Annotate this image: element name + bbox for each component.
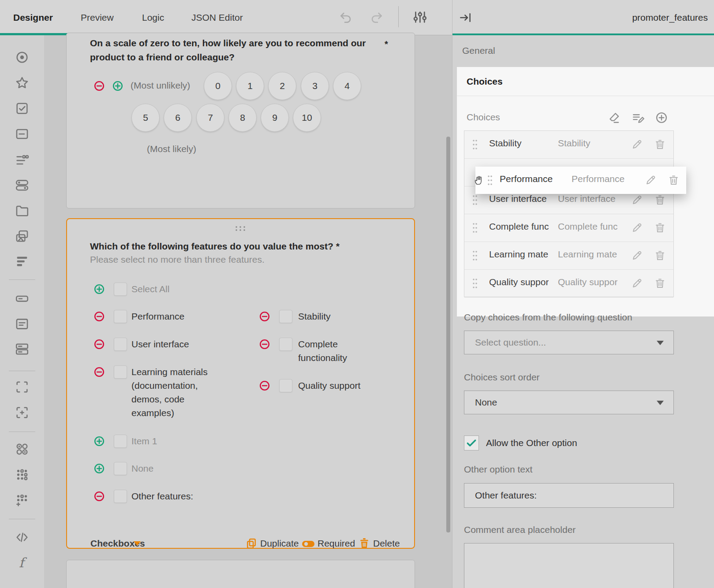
choice-value[interactable]: Performance — [500, 174, 553, 184]
rate-item-1[interactable]: 1 — [236, 72, 264, 100]
redo-icon[interactable] — [370, 11, 384, 26]
edit-choice-icon[interactable] — [631, 194, 643, 208]
checkbox-stability[interactable] — [279, 310, 292, 323]
required-button[interactable]: Required — [318, 538, 355, 549]
add-item-icon[interactable] — [93, 283, 105, 297]
tab-json-editor[interactable]: JSON Editor — [191, 0, 243, 35]
fast-entry-icon[interactable] — [632, 112, 644, 126]
toolbox-item-html-icon[interactable] — [14, 529, 30, 546]
remove-item-icon[interactable] — [93, 311, 105, 324]
choice-text[interactable]: Quality suppor — [558, 277, 617, 287]
choice-text[interactable]: Complete func — [558, 221, 617, 232]
checkbox-label-user-interface[interactable]: User interface — [131, 337, 220, 351]
checkbox-none[interactable] — [114, 462, 127, 475]
checkbox-label-stability[interactable]: Stability — [298, 309, 366, 323]
choice-value[interactable]: Quality suppor — [489, 277, 549, 287]
undo-icon[interactable] — [339, 11, 353, 26]
drag-handle-icon[interactable] — [472, 278, 478, 291]
rate-item-4[interactable]: 4 — [333, 72, 361, 100]
delete-choice-icon[interactable] — [654, 277, 666, 291]
remove-item-icon[interactable] — [93, 366, 105, 380]
checkbox-label-performance[interactable]: Performance — [131, 309, 220, 323]
toolbox-item-imagepicker-icon[interactable] — [14, 228, 30, 245]
drag-handle-icon[interactable] — [472, 222, 478, 235]
choice-text[interactable]: Stability — [558, 138, 591, 149]
add-rate-value-icon[interactable] — [112, 80, 123, 93]
checkbox-label-other-features[interactable]: Other features: — [131, 489, 220, 503]
checkbox-label-quality-support[interactable]: Quality support — [298, 379, 366, 392]
toolbox-item-checkbox-icon[interactable] — [14, 100, 30, 117]
comment-placeholder-input[interactable] — [464, 543, 674, 588]
toolbox-item-expression-icon[interactable]: f — [14, 555, 30, 571]
edit-choice-icon[interactable] — [631, 138, 643, 152]
delete-choice-icon[interactable] — [654, 249, 666, 263]
checkbox-learning-materials-documentation-demos-code-examples[interactable] — [114, 365, 127, 379]
choice-text[interactable]: Learning mate — [558, 249, 617, 260]
question-drag-handle-icon[interactable] — [235, 225, 247, 233]
duplicate-button[interactable]: Duplicate — [260, 538, 299, 549]
checkbox-complete-functionality[interactable] — [279, 338, 292, 351]
duplicate-icon[interactable] — [245, 537, 258, 551]
checkbox-label-learning-materials-documentation-demos-code-examples[interactable]: Learning materials (documentation, demos… — [131, 365, 220, 420]
add-item-icon[interactable] — [93, 435, 105, 449]
remove-item-icon[interactable] — [259, 339, 270, 352]
choice-value[interactable]: Learning mate — [489, 249, 548, 260]
delete-icon[interactable] — [358, 537, 370, 551]
toolbox-item-paneldynamic-icon[interactable] — [14, 404, 30, 421]
rate-item-10[interactable]: 10 — [293, 104, 321, 132]
delete-choice-icon[interactable] — [668, 174, 680, 188]
toolbox-item-dropdown-icon[interactable] — [14, 126, 30, 142]
checkbox-label-select-all[interactable]: Select All — [131, 282, 220, 296]
choice-row[interactable]: StabilityStability — [464, 131, 673, 159]
rate-item-6[interactable]: 6 — [164, 104, 192, 132]
drag-handle-icon[interactable] — [472, 250, 478, 263]
toolbox-item-panel-icon[interactable] — [14, 379, 30, 395]
choice-value[interactable]: Stability — [489, 138, 522, 149]
choice-text[interactable]: Performance — [572, 174, 624, 184]
delete-choice-icon[interactable] — [654, 138, 666, 152]
drag-handle-icon[interactable] — [487, 175, 493, 188]
rate-item-7[interactable]: 7 — [196, 104, 224, 132]
checkbox-other-features[interactable] — [114, 490, 127, 503]
checkbox-user-interface[interactable] — [114, 338, 127, 351]
drag-handle-icon[interactable] — [472, 194, 478, 208]
rate-item-5[interactable]: 5 — [131, 104, 160, 132]
toolbox-item-file-icon[interactable] — [14, 202, 30, 219]
tab-logic[interactable]: Logic — [142, 0, 164, 35]
add-item-icon[interactable] — [93, 463, 105, 476]
checkbox-select-all[interactable] — [114, 283, 127, 296]
toolbox-item-comment-icon[interactable] — [14, 316, 30, 332]
remove-item-icon[interactable] — [93, 339, 105, 352]
checkbox-label-item-1[interactable]: Item 1 — [131, 434, 220, 448]
delete-choice-icon[interactable] — [654, 194, 666, 208]
rate-item-9[interactable]: 9 — [261, 104, 289, 132]
tab-preview[interactable]: Preview — [81, 0, 114, 35]
choice-row-dragged[interactable]: PerformancePerformance — [475, 167, 686, 194]
delete-choice-icon[interactable] — [654, 222, 666, 235]
add-choice-icon[interactable] — [655, 111, 668, 126]
choice-row[interactable]: Quality supporQuality suppor — [464, 270, 673, 298]
checkbox-label-complete-functionality[interactable]: Complete functionality — [298, 337, 366, 365]
toolbox-item-matrix-icon[interactable] — [14, 441, 30, 458]
checkbox-performance[interactable] — [114, 310, 127, 323]
choice-row[interactable]: Complete funcComplete func — [464, 214, 673, 242]
remove-item-icon[interactable] — [259, 380, 270, 393]
edit-choice-icon[interactable] — [631, 222, 643, 235]
settings-sliders-icon[interactable] — [412, 10, 427, 26]
edit-choice-icon[interactable] — [631, 277, 643, 291]
clear-choices-icon[interactable] — [608, 112, 621, 126]
toolbox-item-matrixdynamic-icon[interactable] — [14, 491, 30, 508]
copy-choices-select[interactable]: Select question... — [464, 331, 674, 354]
toolbox-item-rating-icon[interactable] — [14, 74, 30, 91]
section-general[interactable]: General — [462, 45, 495, 56]
toolbox-item-boolean-icon[interactable] — [14, 177, 30, 194]
choice-value[interactable]: Complete func — [489, 221, 549, 232]
sort-order-select[interactable]: None — [464, 391, 674, 414]
rate-item-8[interactable]: 8 — [228, 104, 257, 132]
rate-item-0[interactable]: 0 — [204, 72, 232, 100]
checkbox-quality-support[interactable] — [279, 379, 292, 392]
toolbox-item-ranking-icon[interactable] — [14, 253, 30, 270]
delete-button[interactable]: Delete — [373, 538, 400, 549]
toolbox-item-text-icon[interactable] — [14, 290, 30, 307]
drag-handle-icon[interactable] — [472, 139, 478, 152]
